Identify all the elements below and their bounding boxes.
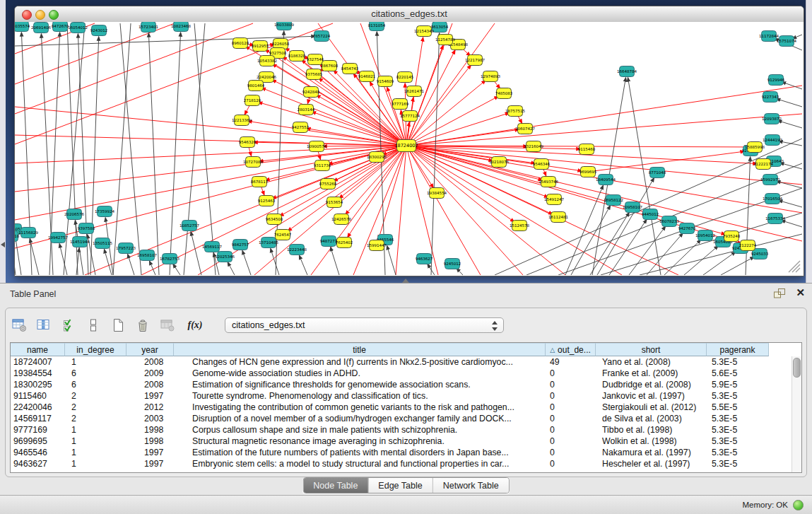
- canvas-resize-grip[interactable]: [789, 261, 800, 272]
- table-vertical-scrollbar[interactable]: [792, 356, 801, 472]
- table-row[interactable]: 946362711997Embryonic stem cells: a mode…: [11, 458, 801, 469]
- graph-node-label: 16261471: [404, 89, 424, 93]
- table-cell: Corpus callosum shape and size in male p…: [174, 424, 546, 436]
- table-cell: Changes of HCN gene expression and I(f) …: [174, 356, 546, 368]
- network-view-window[interactable]: citations_edges.txt 90355742069140684726…: [14, 6, 804, 276]
- graph-node-label: 9245012: [444, 262, 461, 266]
- table-row[interactable]: 946554611997Estimation of the future num…: [11, 447, 801, 458]
- table-cell: 1: [65, 447, 126, 458]
- table-cell: 9465546: [11, 447, 65, 458]
- column-header-year[interactable]: year: [126, 343, 174, 356]
- graph-node-label: 9154609: [377, 79, 394, 83]
- table-body: 1872400712008Changes of HCN gene express…: [11, 356, 801, 469]
- graph-edge: [721, 257, 754, 275]
- show-columns-icon[interactable]: [36, 317, 52, 333]
- tab-edge-table[interactable]: Edge Table: [367, 478, 432, 493]
- column-header-out_degree[interactable]: △out_de...: [546, 343, 596, 356]
- graph-edge: [21, 33, 32, 275]
- table-row[interactable]: 969969511998Structural magnetic resonanc…: [11, 436, 801, 447]
- table-cell: Tourette syndrome. Phenomenology and cla…: [174, 390, 546, 402]
- graph-node-label: 2718120: [244, 98, 261, 103]
- select-rows-icon[interactable]: [61, 317, 76, 333]
- delete-table-icon[interactable]: [160, 317, 175, 333]
- table-row[interactable]: 1938455462009Genome-wide association stu…: [11, 368, 801, 379]
- graph-node-label: 16033809: [274, 23, 294, 27]
- table-row[interactable]: 1872400712008Changes of HCN gene express…: [11, 356, 801, 368]
- scrollbar-thumb[interactable]: [793, 358, 801, 378]
- graph-node-label: 9153654: [326, 200, 343, 204]
- graph-node-label: 8226058: [272, 42, 290, 46]
- column-header-title[interactable]: title: [174, 343, 546, 356]
- graph-edge: [777, 181, 802, 188]
- graph-node-label: 15991447: [367, 243, 387, 247]
- graph-node-label: 9311736: [314, 163, 331, 168]
- table-cell: 5.3E-5: [707, 447, 769, 458]
- column-header-in_degree[interactable]: in_degree: [65, 343, 126, 356]
- graph-node-label: 16958107: [137, 253, 157, 257]
- graph-node-label: 18757515: [505, 109, 525, 113]
- graph-node-label: 9463627: [416, 257, 433, 261]
- table-cell: 2008: [126, 379, 174, 390]
- new-column-icon[interactable]: [110, 317, 126, 333]
- graph-node-label: 16782753: [160, 257, 180, 261]
- graph-edge: [191, 232, 201, 275]
- collapse-panel-arrow-icon[interactable]: [1, 242, 5, 247]
- graph-edge: [779, 200, 802, 207]
- graph-edge: [746, 157, 751, 275]
- table-row[interactable]: 911546021997Tourette syndrome. Phenomeno…: [11, 390, 801, 402]
- graph-node-label: 16958122: [604, 198, 623, 202]
- table-cell: 0: [546, 402, 596, 413]
- table-tabs: Node TableEdge TableNetwork Table: [302, 477, 509, 493]
- network-svg[interactable]: 9035574206914068472670160540129243012157…: [15, 22, 802, 275]
- graph-node-label: 16112481: [548, 215, 568, 219]
- graph-node-label: 15723401: [139, 25, 158, 29]
- column-settings-icon[interactable]: [11, 317, 27, 333]
- graph-node-label: 9125463: [258, 199, 276, 203]
- table-cell: 9777169: [11, 424, 65, 436]
- close-panel-icon[interactable]: ✕: [796, 286, 805, 299]
- table-row[interactable]: 977716911998Corpus callosum shape and si…: [11, 424, 801, 436]
- graph-node-label: 17957223: [116, 246, 136, 250]
- graph-node-label: 11451944: [70, 240, 90, 244]
- tab-network-table[interactable]: Network Table: [433, 478, 509, 493]
- memory-ok-indicator-icon[interactable]: [793, 500, 804, 510]
- graph-edge: [406, 86, 802, 146]
- column-header-name[interactable]: name: [11, 343, 65, 356]
- table-row[interactable]: 1456911722003Disruption of a novel membe…: [11, 413, 801, 424]
- graph-node-label: 16078233: [659, 219, 679, 223]
- attribute-table[interactable]: namein_degreeyeartitle△out_de...shortpag…: [10, 342, 802, 473]
- table-cell: 1997: [126, 458, 174, 469]
- table-cell: 2008: [126, 356, 174, 368]
- graph-node-label: 9546346: [533, 162, 551, 166]
- row-boxes-icon[interactable]: [86, 317, 101, 333]
- graph-node-label: 13710485: [259, 240, 278, 245]
- table-row[interactable]: 2242004622012Investigating the contribut…: [11, 402, 801, 413]
- column-header-short[interactable]: short: [596, 343, 707, 356]
- graph-node-label: 7625402: [336, 240, 353, 245]
- table-row[interactable]: 1830029562008Estimation of significance …: [11, 379, 801, 390]
- table-cell: 2003: [126, 413, 174, 424]
- graph-node-label: 20206576: [64, 212, 84, 216]
- tab-node-table[interactable]: Node Table: [303, 478, 367, 493]
- network-window-titlebar[interactable]: citations_edges.txt: [15, 6, 804, 23]
- table-cell: 5.9E-5: [707, 379, 769, 390]
- graph-node-label: 9327508: [269, 51, 287, 55]
- graph-edge: [271, 249, 279, 275]
- table-cell: Dudbridge et al. (2008): [596, 379, 707, 390]
- graph-node-label: 11156829: [18, 230, 38, 235]
- float-panel-icon[interactable]: [772, 288, 787, 300]
- network-canvas[interactable]: 9035574206914068472670160540129243012157…: [15, 22, 804, 276]
- graph-edge: [120, 23, 141, 275]
- graph-node-label: 9375685: [305, 72, 323, 76]
- graph-node-label: 15992971: [760, 177, 780, 182]
- graph-edge: [331, 247, 339, 275]
- graph-node-label: 9801464: [247, 83, 265, 88]
- table-selector-dropdown[interactable]: citations_edges.txt: [225, 317, 504, 333]
- table-cell: 6: [65, 379, 126, 390]
- graph-edge: [565, 185, 603, 275]
- table-cell: Nakamura et al. (1997): [596, 447, 707, 458]
- graph-edge: [629, 226, 666, 275]
- function-builder-icon[interactable]: f(x): [184, 317, 206, 333]
- column-header-pagerank[interactable]: pagerank: [707, 343, 769, 356]
- delete-column-icon[interactable]: [135, 317, 151, 333]
